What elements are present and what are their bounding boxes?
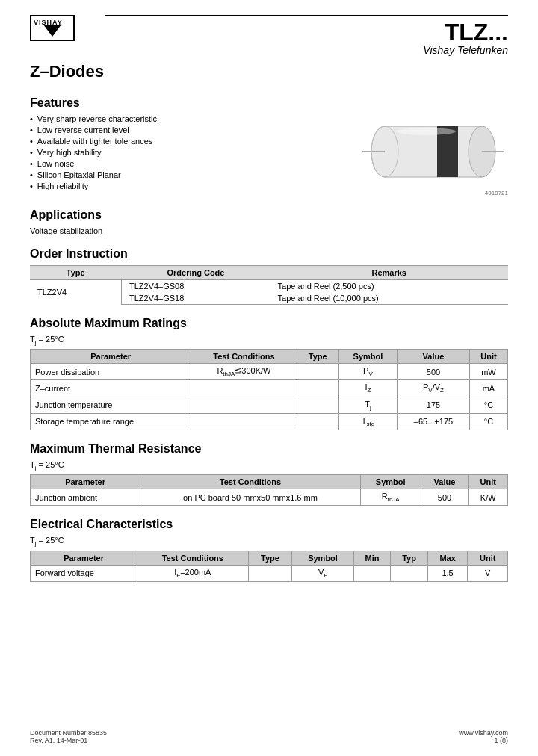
th-symbol-0: RthJA (360, 489, 421, 506)
page-header: VISHAY TLZ... Vishay Telefunken (30, 15, 508, 56)
abs-symbol-1: IZ (338, 380, 397, 397)
abs-value-3: –65...+175 (398, 413, 470, 430)
ec-col-unit: Unit (468, 551, 508, 565)
ec-col-typ: Typ (391, 551, 427, 565)
features-list: Very sharp reverse characteristic Low re… (30, 114, 157, 196)
abs-symbol-2: Tj (338, 397, 397, 413)
electrical-tj: Tj = 25°C (30, 536, 508, 547)
abs-symbol-3: Tstg (338, 413, 397, 430)
applications-heading: Applications (30, 208, 508, 222)
ec-symbol-0: VF (292, 565, 353, 581)
revision: Rev. A1, 14-Mar-01 (30, 737, 107, 744)
list-item: Very high stability (30, 148, 157, 157)
table-row: TLZ2V4 TLZ2V4–GS08 Tape and Reel (2,500 … (30, 280, 508, 293)
list-item: Low noise (30, 159, 157, 168)
abs-max-table: Parameter Test Conditions Type Symbol Va… (30, 349, 508, 430)
order-col-type: Type (30, 266, 121, 280)
abs-col-type: Type (297, 350, 338, 364)
list-item: Silicon Epitaxial Planar (30, 170, 157, 179)
diode-caption: 4019721 (485, 190, 508, 196)
electrical-heading: Electrical Characteristics (30, 518, 508, 531)
order-code-2: TLZ2V4–GS18 (121, 292, 270, 305)
website: www.vishay.com (459, 729, 508, 737)
diode-image: 4019721 (359, 107, 508, 196)
abs-col-cond: Test Conditions (191, 350, 297, 364)
th-col-symbol: Symbol (360, 475, 421, 489)
abs-unit-0: mW (469, 364, 507, 380)
abs-cond-2 (191, 397, 297, 413)
main-title: TLZ... (105, 20, 508, 44)
ec-col-type: Type (248, 551, 292, 565)
th-value-0: 500 (421, 489, 469, 506)
ec-col-cond: Test Conditions (137, 551, 248, 565)
diode-svg (362, 111, 504, 193)
order-remark-1: Tape and Reel (2,500 pcs) (270, 280, 508, 293)
abs-symbol-0: PV (338, 364, 397, 380)
abs-col-symbol: Symbol (338, 350, 397, 364)
abs-max-tj: Tj = 25°C (30, 335, 508, 346)
ec-col-symbol: Symbol (292, 551, 353, 565)
abs-value-1: PV/VZ (398, 380, 470, 397)
abs-param-0: Power dissipation (31, 364, 191, 380)
order-remark-2: Tape and Reel (10,000 pcs) (270, 292, 508, 305)
table-row: Storage temperature range Tstg –65...+17… (31, 413, 508, 430)
table-row: Junction ambient on PC board 50 mmx50 mm… (31, 489, 508, 506)
applications-text: Voltage stabilization (30, 226, 508, 235)
abs-cond-0: RthJA≦300K/W (191, 364, 297, 380)
abs-unit-1: mA (469, 380, 507, 397)
abs-param-3: Storage temperature range (31, 413, 191, 430)
th-col-cond: Test Conditions (140, 475, 361, 489)
order-code-1: TLZ2V4–GS08 (121, 280, 270, 293)
th-unit-0: K/W (469, 489, 508, 506)
th-col-param: Parameter (31, 475, 140, 489)
ec-param-0: Forward voltage (31, 565, 137, 581)
electrical-table: Parameter Test Conditions Type Symbol Mi… (30, 551, 508, 582)
page-footer: Document Number 85835 Rev. A1, 14-Mar-01… (30, 729, 508, 744)
abs-col-param: Parameter (31, 350, 191, 364)
page-number: 1 (8) (459, 737, 508, 744)
list-item: Low reverse current level (30, 126, 157, 134)
abs-param-1: Z–current (31, 380, 191, 397)
abs-type-3 (297, 413, 338, 430)
doc-number: Document Number 85835 (30, 729, 107, 737)
table-row: Power dissipation RthJA≦300K/W PV 500 mW (31, 364, 508, 380)
ec-col-min: Min (353, 551, 391, 565)
th-cond-0: on PC board 50 mmx50 mmx1.6 mm (140, 489, 361, 506)
abs-cond-1 (191, 380, 297, 397)
vishay-logo: VISHAY (30, 15, 75, 41)
th-col-unit: Unit (469, 475, 508, 489)
features-section: Very sharp reverse characteristic Low re… (30, 114, 508, 196)
header-divider (105, 15, 508, 16)
product-title: Z–Diodes (30, 62, 508, 81)
order-table: Type Ordering Code Remarks TLZ2V4 TLZ2V4… (30, 265, 508, 305)
subtitle: Vishay Telefunken (105, 44, 508, 56)
abs-value-0: 500 (398, 364, 470, 380)
thermal-table: Parameter Test Conditions Symbol Value U… (30, 474, 508, 506)
title-area: TLZ... Vishay Telefunken (105, 15, 508, 56)
ec-typ-0 (391, 565, 427, 581)
abs-type-0 (297, 364, 338, 380)
ec-cond-0: IF=200mA (137, 565, 248, 581)
abs-type-1 (297, 380, 338, 397)
footer-right: www.vishay.com 1 (8) (459, 729, 508, 744)
order-instruction-heading: Order Instruction (30, 247, 508, 261)
logo-area: VISHAY (30, 15, 75, 41)
order-col-code: Ordering Code (121, 266, 270, 280)
ec-max-0: 1.5 (427, 565, 468, 581)
svg-point-8 (396, 128, 456, 135)
table-row: Junction temperature Tj 175 °C (31, 397, 508, 413)
th-param-0: Junction ambient (31, 489, 140, 506)
abs-unit-3: °C (469, 413, 507, 430)
table-row: Forward voltage IF=200mA VF 1.5 V (31, 565, 508, 581)
ec-col-param: Parameter (31, 551, 137, 565)
thermal-tj: Tj = 25°C (30, 460, 508, 471)
thermal-heading: Maximum Thermal Resistance (30, 442, 508, 456)
ec-col-max: Max (427, 551, 468, 565)
list-item: Very sharp reverse characteristic (30, 114, 157, 123)
abs-value-2: 175 (398, 397, 470, 413)
abs-col-unit: Unit (469, 350, 507, 364)
abs-param-2: Junction temperature (31, 397, 191, 413)
abs-max-heading: Absolute Maximum Ratings (30, 317, 508, 330)
logo-triangle-icon (43, 25, 61, 37)
list-item: High reliability (30, 182, 157, 190)
